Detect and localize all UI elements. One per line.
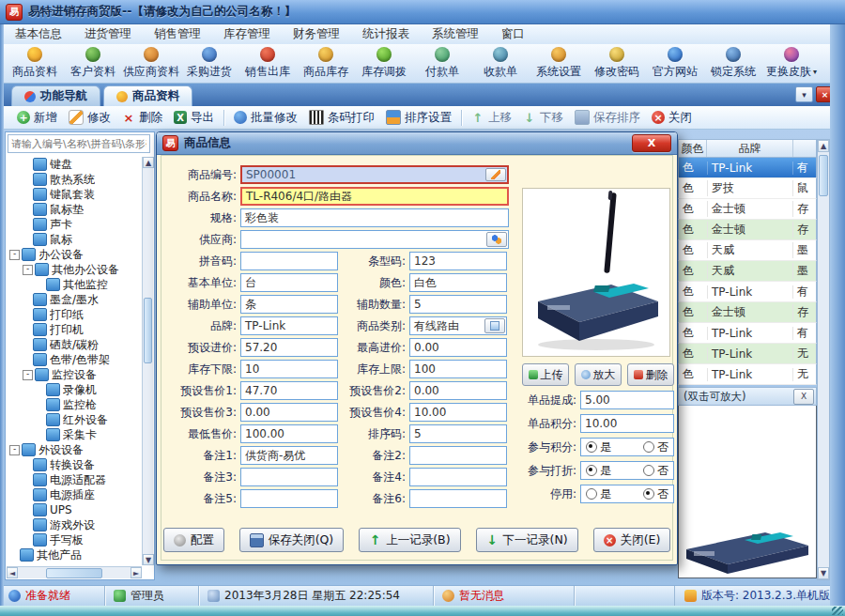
tree-item[interactable]: 手写板: [8, 532, 141, 547]
toolbar-item[interactable]: 商品库存: [297, 45, 355, 83]
field-value[interactable]: [409, 446, 507, 465]
field-value[interactable]: [240, 489, 338, 508]
field-supplier[interactable]: [240, 230, 509, 249]
field-value[interactable]: [240, 468, 338, 486]
radio-option[interactable]: 否: [643, 486, 668, 502]
tree-item[interactable]: 采集卡: [8, 427, 141, 442]
field-value[interactable]: 0.00: [240, 403, 338, 422]
field-value[interactable]: 有线路由: [409, 316, 507, 335]
tree-item[interactable]: 鼠标垫: [8, 202, 141, 217]
scroll-right-icon[interactable]: ►: [131, 567, 142, 578]
tree-item[interactable]: 墨盒/墨水: [8, 292, 141, 307]
barcode-print-button[interactable]: 条码打印: [303, 108, 380, 128]
resize-grip-icon[interactable]: [832, 607, 843, 615]
tree-item[interactable]: -监控设备: [8, 367, 141, 382]
radio-option[interactable]: 是: [586, 486, 611, 502]
tab-goods[interactable]: 商品资料: [103, 85, 192, 106]
upload-button[interactable]: 上传: [522, 363, 569, 386]
collapse-icon[interactable]: -: [23, 265, 33, 275]
menu-item-5[interactable]: 财务管理: [282, 24, 351, 44]
field-value[interactable]: 10: [240, 360, 338, 378]
tree-item[interactable]: 色带/色带架: [8, 352, 141, 367]
tree-item[interactable]: 键盘: [8, 157, 141, 172]
tree-item[interactable]: -外设设备: [8, 442, 141, 457]
radio-checked-icon[interactable]: [586, 465, 597, 476]
column-header[interactable]: 品牌: [707, 140, 793, 157]
menu-item-8[interactable]: 窗口: [490, 24, 536, 44]
new-button[interactable]: +新增: [11, 108, 63, 128]
remove-image-button[interactable]: 删除: [627, 363, 674, 386]
scroll-thumb[interactable]: [144, 298, 152, 363]
menu-item-7[interactable]: 系统管理: [421, 24, 490, 44]
tree-item[interactable]: 打印机: [8, 322, 141, 337]
edit-pencil-icon[interactable]: [485, 168, 506, 181]
config-button[interactable]: 配置: [163, 528, 224, 552]
column-header[interactable]: [793, 140, 816, 157]
next-arrow-button[interactable]: ↓下一记录(N): [476, 528, 578, 552]
radio-option[interactable]: 是: [586, 463, 611, 479]
save-sort-button[interactable]: 保存排序: [569, 108, 646, 128]
tree-item[interactable]: 声卡: [8, 217, 141, 232]
move-up-button[interactable]: ↑上移: [466, 108, 517, 128]
column-header[interactable]: 颜色: [679, 140, 707, 157]
tree-vertical-scrollbar[interactable]: ▲ ▼: [142, 157, 153, 565]
scroll-thumb[interactable]: [46, 568, 102, 578]
radio-option[interactable]: 否: [643, 463, 668, 479]
zoom-in-button[interactable]: 放大: [575, 363, 622, 386]
tree-item[interactable]: 打印纸: [8, 307, 141, 322]
tree-item[interactable]: -办公设备: [8, 247, 141, 262]
table-vertical-scrollbar[interactable]: ▲ ▼: [817, 139, 830, 580]
field-spec[interactable]: 彩色装: [240, 208, 509, 227]
menu-item-1[interactable]: 基本信息: [4, 24, 73, 44]
move-down-button[interactable]: ↓下移: [517, 108, 569, 128]
preview-image[interactable]: [678, 406, 817, 578]
table-row[interactable]: 色TP-Link有: [678, 323, 817, 344]
field-value[interactable]: 5.00: [580, 391, 674, 409]
toolbar-item[interactable]: 采购进货: [180, 45, 238, 83]
tab-list-icon[interactable]: ▾: [795, 86, 813, 102]
field-value[interactable]: [240, 252, 338, 270]
scroll-left-icon[interactable]: ◄: [7, 567, 18, 578]
radio-unchecked-icon[interactable]: [643, 465, 654, 476]
preview-close-button[interactable]: X: [793, 389, 814, 405]
scroll-thumb[interactable]: [819, 155, 828, 196]
field-value[interactable]: 10.00: [409, 403, 507, 422]
menu-item-3[interactable]: 销售管理: [143, 24, 212, 44]
export-button[interactable]: X导出: [168, 108, 220, 128]
field-value[interactable]: 0.00: [409, 381, 507, 400]
field-value[interactable]: TP-Link: [240, 316, 338, 335]
menu-item-2[interactable]: 进货管理: [73, 24, 143, 44]
radio-unchecked-icon[interactable]: [586, 488, 597, 500]
toolbar-item[interactable]: 修改密码: [588, 45, 646, 83]
field-value[interactable]: 47.70: [240, 381, 338, 400]
table-row[interactable]: 色TP-Link无: [678, 344, 817, 364]
field-value[interactable]: 5: [409, 424, 507, 443]
tree-horizontal-scrollbar[interactable]: ◄ ►: [7, 566, 142, 578]
tab-navigation[interactable]: 功能导航: [11, 85, 100, 106]
tree-item[interactable]: 游戏外设: [8, 517, 141, 532]
tree-item[interactable]: 电源适配器: [8, 472, 141, 487]
table-row[interactable]: 色金士顿存: [678, 220, 817, 240]
radio-checked-icon[interactable]: [586, 441, 597, 453]
toolbar-item[interactable]: 更换皮肤▾: [762, 45, 821, 83]
field-value[interactable]: 0.00: [409, 338, 507, 357]
field-value[interactable]: 10.00: [580, 414, 674, 433]
dialog-title-bar[interactable]: 易 商品信息 X: [157, 132, 677, 155]
scroll-down-icon[interactable]: ▼: [143, 554, 154, 565]
tree-item[interactable]: 其他产品: [8, 547, 141, 562]
field-value[interactable]: 57.20: [240, 338, 338, 357]
tree-item[interactable]: -其他办公设备: [8, 262, 141, 277]
field-value[interactable]: [409, 489, 507, 508]
tree-item[interactable]: 其他监控: [8, 277, 141, 292]
dialog-close-button[interactable]: X: [632, 134, 671, 152]
close-button[interactable]: ×关闭: [646, 108, 698, 128]
scroll-down-icon[interactable]: ▼: [818, 567, 829, 579]
table-row[interactable]: 色金士顿存: [678, 302, 817, 323]
radio-option[interactable]: 否: [643, 439, 668, 455]
menu-item-6[interactable]: 统计报表: [351, 24, 421, 44]
toolbar-item[interactable]: 锁定系统: [704, 45, 762, 83]
menu-item-4[interactable]: 库存管理: [212, 24, 282, 44]
toolbar-item[interactable]: 供应商资料: [122, 45, 180, 83]
tree-item[interactable]: 硒鼓/碳粉: [8, 337, 141, 352]
sort-settings-button[interactable]: 排序设置: [380, 108, 457, 128]
